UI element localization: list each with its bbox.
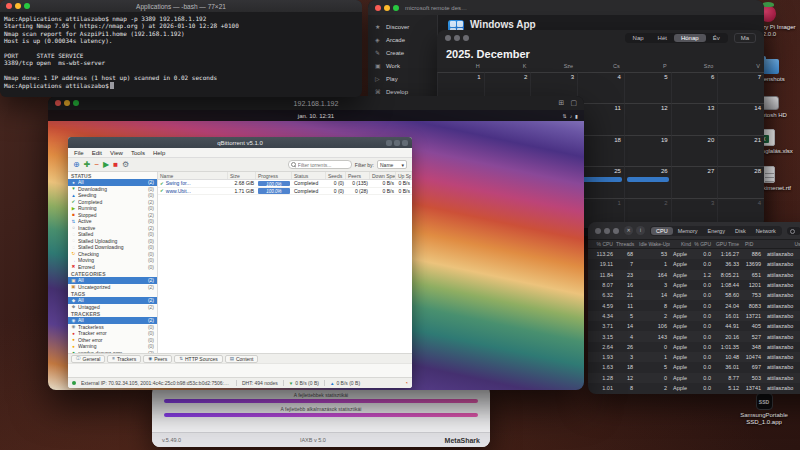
column-header[interactable]: Size bbox=[228, 172, 256, 179]
column-header[interactable]: Status bbox=[292, 172, 326, 179]
filter-item[interactable]: ▲ Seeding (0) bbox=[68, 192, 157, 199]
zoom-button[interactable] bbox=[393, 5, 399, 11]
close-button[interactable] bbox=[445, 35, 451, 41]
calendar-day-cell[interactable]: 27 bbox=[671, 166, 718, 197]
terminal-window[interactable]: Applications — -bash — 77×21 Mac:Applica… bbox=[0, 0, 362, 97]
maximize-button[interactable] bbox=[394, 140, 400, 146]
menu-item[interactable]: Help bbox=[153, 150, 165, 156]
process-row[interactable]: 4.34 5 2 Apple 0.0 16.01 13721 attilasza… bbox=[588, 311, 800, 321]
filter-item[interactable]: ■ Stopped (2) bbox=[68, 212, 157, 219]
calendar-day-cell[interactable]: 21 bbox=[717, 135, 764, 166]
torrent-row[interactable]: ✔Swing for... 2.68 GiB 100.0% Completed … bbox=[158, 180, 412, 188]
column-header[interactable]: Down Speed bbox=[370, 172, 396, 179]
filter-item[interactable]: ◌ Stalled Uploading (0) bbox=[68, 238, 157, 245]
calendar-day-cell[interactable]: 14 bbox=[717, 103, 764, 134]
column-header[interactable]: Kind bbox=[670, 240, 694, 248]
panel-status-icon[interactable]: ▮ bbox=[575, 113, 578, 119]
calendar-day-cell[interactable]: 11 bbox=[577, 103, 624, 134]
filter-item[interactable]: ◆ All (2) bbox=[68, 297, 157, 304]
menu-item[interactable]: View bbox=[110, 150, 123, 156]
activity-tab[interactable]: Disk bbox=[730, 227, 751, 235]
column-header[interactable]: Threads bbox=[616, 240, 636, 248]
column-header[interactable]: Peers bbox=[346, 172, 370, 179]
calendar-day-cell[interactable]: 4 bbox=[577, 72, 624, 103]
titlebar-icon[interactable]: ⊞ bbox=[559, 99, 565, 107]
filter-item[interactable]: → Moving (0) bbox=[68, 257, 157, 264]
torrent-row[interactable]: ✔www.Ubit... 1.71 GiB 100.0% Completed 0… bbox=[158, 188, 412, 196]
calendar-day-cell[interactable]: 25 bbox=[577, 166, 624, 197]
process-row[interactable]: 1.28 12 0 Apple 0.0 8.77 503 attilaszabo bbox=[588, 373, 800, 383]
remote-session-view[interactable]: jan. 10. 12:31 ⇅♪▮ qBittorrent v5.1.0 Fi… bbox=[48, 110, 584, 390]
app-store-sidebar-item[interactable]: ★ Discover bbox=[368, 20, 437, 33]
filter-item[interactable]: ✖ Errored (0) bbox=[68, 264, 157, 271]
filter-item[interactable]: ✔ Completed (2) bbox=[68, 199, 157, 206]
column-header[interactable]: Seeds bbox=[326, 172, 346, 179]
detail-tab[interactable]: ⇅ HTTP Sources bbox=[174, 355, 222, 363]
detail-tab[interactable]: ▤ Content bbox=[225, 355, 259, 363]
process-row[interactable]: 113.26 68 53 Apple 0.0 1:16.27 886 attil… bbox=[588, 249, 800, 259]
calendar-day-cell[interactable]: 26 bbox=[624, 166, 671, 197]
process-row[interactable]: 6.32 21 14 Apple 0.0 58.60 753 attilasza… bbox=[588, 290, 800, 300]
filter-item[interactable]: ◉ All (2) bbox=[68, 317, 157, 324]
toolbar-icon[interactable]: ■ bbox=[113, 161, 118, 169]
toolbar-icon[interactable]: − bbox=[94, 161, 99, 169]
search-field[interactable] bbox=[787, 227, 800, 235]
process-row[interactable]: 1.01 8 2 Apple 0.0 5.12 13741 attilaszab… bbox=[588, 383, 800, 393]
qbittorrent-window[interactable]: qBittorrent v5.1.0 FileEditViewToolsHelp… bbox=[68, 137, 412, 388]
column-header[interactable]: User bbox=[764, 240, 800, 248]
detail-tab[interactable]: ◉ Peers bbox=[143, 355, 172, 363]
filter-section-header[interactable]: TAGS bbox=[68, 290, 157, 297]
calendar-view-tab[interactable]: Év bbox=[706, 34, 727, 42]
titlebar-icon[interactable]: ▢ bbox=[570, 99, 577, 107]
app-store-titlebar[interactable]: microsoft remote des… bbox=[368, 0, 764, 15]
toolbar-icon[interactable]: ✚ bbox=[84, 161, 91, 169]
menu-item[interactable]: Tools bbox=[131, 150, 145, 156]
app-store-sidebar-item[interactable]: ✎ Create bbox=[368, 46, 437, 59]
close-button[interactable] bbox=[595, 228, 601, 234]
panel-status-icon[interactable]: ♪ bbox=[570, 113, 573, 119]
filter-item[interactable]: ▼ Downloading (0) bbox=[68, 186, 157, 193]
toolbar-button[interactable]: ✕ bbox=[624, 226, 633, 235]
remote-top-panel[interactable]: jan. 10. 12:31 ⇅♪▮ bbox=[48, 110, 584, 121]
calendar-day-cell[interactable]: 5 bbox=[624, 72, 671, 103]
panel-status-icon[interactable]: ⇅ bbox=[563, 113, 567, 119]
detail-tab[interactable]: ≡ Trackers bbox=[107, 355, 141, 363]
column-header[interactable]: PID bbox=[742, 240, 764, 248]
filter-section-header[interactable]: STATUS bbox=[68, 172, 157, 179]
filter-item[interactable]: ▣ All (2) bbox=[68, 277, 157, 284]
process-row[interactable]: 11.84 23 164 Apple 1.2 8:05.21 651 attil… bbox=[588, 270, 800, 280]
process-row[interactable]: 19.11 7 1 Apple 0.0 36.33 13699 attilasz… bbox=[588, 259, 800, 269]
app-store-sidebar-item[interactable]: ▣ Work bbox=[368, 59, 437, 72]
menu-item[interactable]: Edit bbox=[92, 150, 102, 156]
gradient-field[interactable] bbox=[164, 413, 478, 417]
filter-section-header[interactable]: TRACKERS bbox=[68, 310, 157, 317]
close-button[interactable] bbox=[375, 5, 381, 11]
menu-item[interactable]: File bbox=[74, 150, 84, 156]
desktop-icon[interactable]: SSD SamsungPortable SSD_1.0.app bbox=[736, 393, 792, 426]
filter-item[interactable]: ◉ Trackerless (0) bbox=[68, 324, 157, 331]
gradient-field[interactable] bbox=[164, 399, 478, 403]
column-header[interactable]: Name bbox=[158, 172, 228, 179]
activity-tab[interactable]: Network bbox=[751, 227, 781, 235]
calendar-day-cell[interactable]: 28 bbox=[717, 166, 764, 197]
activity-tab[interactable]: CPU bbox=[651, 227, 673, 235]
process-row[interactable]: 3.71 14 106 Apple 0.0 44.91 405 attilasz… bbox=[588, 321, 800, 331]
filter-section-header[interactable]: CATEGORIES bbox=[68, 270, 157, 277]
filter-item[interactable]: ▶ Running (0) bbox=[68, 205, 157, 212]
filter-item[interactable]: ● All (2) bbox=[68, 179, 157, 186]
metashark-window[interactable]: A fejlettebbek statisztikái A fejlettebb… bbox=[152, 385, 490, 447]
calendar-day-cell[interactable]: 6 bbox=[671, 72, 718, 103]
column-header[interactable]: % CPU bbox=[588, 240, 616, 248]
filter-item[interactable]: ○ Inactive (2) bbox=[68, 225, 157, 232]
toolbar-icon[interactable]: ⚙ bbox=[122, 161, 129, 169]
activity-tab[interactable]: Energy bbox=[703, 227, 730, 235]
today-button[interactable]: Ma bbox=[734, 33, 756, 43]
column-header[interactable]: Progress bbox=[256, 172, 292, 179]
zoom-button[interactable] bbox=[463, 35, 469, 41]
process-row[interactable]: 8.07 16 3 Apple 0.0 1:08.44 1201 attilas… bbox=[588, 280, 800, 290]
column-header[interactable]: % GPU bbox=[694, 240, 714, 248]
remote-desktop-window[interactable]: 192.168.1.192 ⊞▢ jan. 10. 12:31 ⇅♪▮ qBit… bbox=[48, 96, 584, 390]
process-row[interactable]: 1.63 18 5 Apple 0.0 36.01 697 attilaszab… bbox=[588, 362, 800, 372]
toolbar-icon[interactable]: ⊕ bbox=[73, 161, 80, 169]
filter-item[interactable]: ◌ Stalled (0) bbox=[68, 231, 157, 238]
